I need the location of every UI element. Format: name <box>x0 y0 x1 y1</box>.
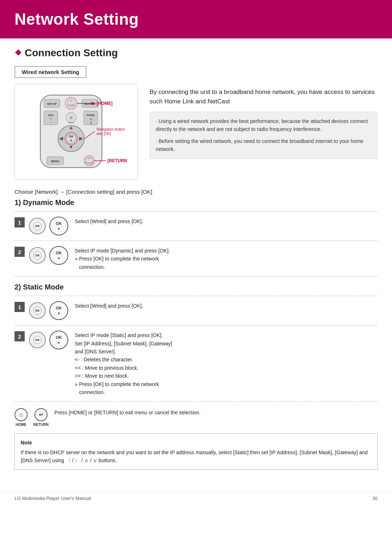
bottom-icons-row: ⌂ HOME ↩ RETURN Press [HOME] or [RETURN]… <box>15 408 377 427</box>
step-1-icons: OK OK⊕ <box>29 217 68 235</box>
nav-button-static-1: OK <box>29 302 46 319</box>
ok-inner: OK <box>33 222 41 230</box>
wired-setting-box: Wired network Setting <box>15 66 86 78</box>
page-footer: LG Multimedia Player User's Manual 30 <box>0 492 392 505</box>
svg-text:[RETURN]: [RETURN] <box>107 158 127 163</box>
remote-svg: SETUP ⌂ HOME REPEAT VOL + − ✕ MUTE PAGE <box>22 91 127 171</box>
dynamic-step-1-text: Select [Wired] and press [OK]. <box>75 217 377 225</box>
step-2-icons: OK OK⊕ <box>29 246 68 265</box>
ok-inner-static-2: OK <box>33 336 41 344</box>
svg-text:VOL: VOL <box>48 114 54 117</box>
return-label: RETURN <box>33 423 49 427</box>
nav-button-small: OK <box>29 218 46 234</box>
info-point-2: · Before setting the wired network, you … <box>156 137 371 153</box>
page-header: Network Setting <box>0 0 392 38</box>
static-step-1-icons: OK OK⊕ <box>29 301 68 320</box>
svg-text:SETUP: SETUP <box>47 102 57 106</box>
svg-text:◀: ◀ <box>59 135 63 141</box>
section-heading: ❖ Connection Setting <box>15 47 377 59</box>
svg-text:MUTE: MUTE <box>68 122 74 124</box>
svg-text:−: − <box>50 120 52 124</box>
main-content: ❖ Connection Setting Wired network Setti… <box>0 47 392 484</box>
dynamic-mode-section: 1) Dynamic Mode 1 OK OK⊕ Select [Wired] … <box>15 198 377 276</box>
ok-inner-static-1: OK <box>33 307 41 315</box>
footer-left: LG Multimedia Player User's Manual <box>15 496 91 501</box>
remote-illustration: SETUP ⌂ HOME REPEAT VOL + − ✕ MUTE PAGE <box>15 84 138 180</box>
note-box: Note If there is no DHCP server on the n… <box>15 433 377 470</box>
choose-instruction: Choose [Network] → [Connection setting] … <box>15 189 377 195</box>
static-step-1-number: 1 <box>15 302 25 312</box>
static-step-2-icons: OK OK⊕ <box>29 331 68 349</box>
dynamic-step-2: 2 OK OK⊕ Select IP mode [Dynamic] and pr… <box>15 241 377 276</box>
svg-text:↩: ↩ <box>88 157 91 160</box>
static-step-1: 1 OK OK⊕ Select [Wired] and press [OK]. <box>15 296 377 325</box>
svg-text:✕: ✕ <box>69 115 73 120</box>
svg-text:HOME: HOME <box>68 104 74 106</box>
static-mode-heading: 2) Static Mode <box>15 283 377 291</box>
ok-button-large-2: OK⊕ <box>49 246 68 265</box>
svg-text:[HOME]: [HOME] <box>97 101 113 106</box>
nav-button-static-2: OK <box>29 332 46 348</box>
section-heading-text: Connection Setting <box>25 47 118 59</box>
description-panel: By connecting the unit to a broadband ho… <box>150 84 377 159</box>
step-2-number: 2 <box>15 247 25 257</box>
nav-button-small-2: OK <box>29 247 46 264</box>
ok-button-static-1: OK⊕ <box>49 301 68 320</box>
home-label: HOME <box>16 423 26 427</box>
svg-text:▶: ▶ <box>79 135 83 141</box>
footer-right: 30 <box>372 496 377 501</box>
svg-text:MENU: MENU <box>51 160 60 163</box>
dynamic-step-1: 1 OK OK⊕ Select [Wired] and press [OK]. <box>15 211 377 241</box>
static-step-1-text: Select [Wired] and press [OK]. <box>75 301 377 310</box>
description-main: By connecting the unit to a broadband ho… <box>150 87 377 106</box>
svg-text:⌂: ⌂ <box>70 100 72 102</box>
ok-button-static-2: OK⊕ <box>49 331 68 349</box>
dynamic-step-2-text: Select IP mode [Dynamic] and press [OK].… <box>75 246 377 271</box>
bottom-press-text: Press [HOME] or [RETURN] to exit menu or… <box>54 408 201 415</box>
svg-text:OK: OK <box>69 135 74 138</box>
svg-point-28 <box>70 139 72 141</box>
svg-text:PAGE: PAGE <box>87 114 95 117</box>
static-step-2-number: 2 <box>15 331 25 341</box>
ok-button-large: OK⊕ <box>49 217 68 235</box>
ok-inner-2: OK <box>33 251 41 259</box>
note-text: If there is no DHCP server on the networ… <box>21 448 371 465</box>
top-section: SETUP ⌂ HOME REPEAT VOL + − ✕ MUTE PAGE <box>15 84 377 180</box>
svg-text:+: + <box>50 117 52 120</box>
svg-text:▲: ▲ <box>69 124 74 130</box>
home-btn-icon: ⌂ <box>15 408 28 421</box>
return-btn-icon: ↩ <box>34 408 48 421</box>
svg-text:Navigation button: Navigation button <box>97 127 125 131</box>
info-point-1: · Using a wired network provides the bes… <box>156 117 371 134</box>
svg-text:and [OK]: and [OK] <box>97 132 111 136</box>
home-icon-with-label: ⌂ HOME <box>15 408 28 427</box>
svg-text:∨: ∨ <box>90 121 92 125</box>
static-step-2: 2 OK OK⊕ Select IP mode [Static] and pre… <box>15 325 377 402</box>
step-1-number: 1 <box>15 217 25 227</box>
dynamic-mode-heading: 1) Dynamic Mode <box>15 198 377 207</box>
note-title: Note <box>21 439 371 447</box>
info-box: · Using a wired network provides the bes… <box>150 112 377 159</box>
diamond-icon: ❖ <box>15 48 22 58</box>
static-mode-section: 2) Static Mode 1 OK OK⊕ Select [Wired] a… <box>15 283 377 402</box>
svg-text:REPEAT: REPEAT <box>84 102 96 106</box>
page-title: Network Setting <box>15 10 377 28</box>
static-step-2-text: Select IP mode [Static] and press [OK]. … <box>75 331 377 396</box>
return-icon-with-label: ↩ RETURN <box>33 408 49 427</box>
svg-text:RETURN: RETURN <box>85 162 94 164</box>
